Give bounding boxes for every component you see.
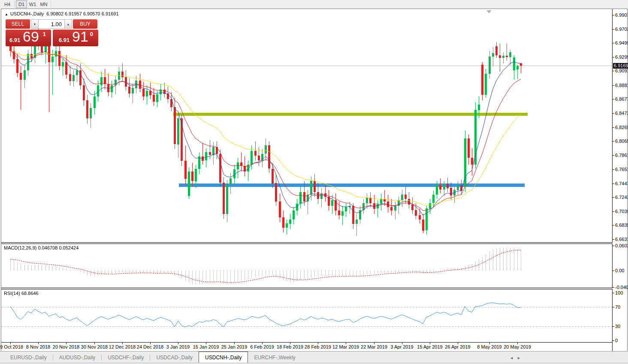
- sell-button[interactable]: SELL: [6, 19, 30, 29]
- macd-axis-label: -0.040415: [615, 285, 628, 290]
- tab-scroll-icons[interactable]: ◄►: [510, 356, 524, 360]
- chevron-up-icon: ▲: [67, 23, 70, 26]
- rsi-axis-label-tick: [613, 326, 614, 327]
- sell-price-sup: 1: [43, 31, 46, 37]
- rsi-axis-label: 0: [615, 338, 618, 343]
- price-axis-label-tick: [613, 29, 614, 30]
- toolbar-divider: [14, 1, 15, 8]
- price-axis-label-tick: [613, 239, 614, 240]
- tab-eurchf-weekly[interactable]: EURCHF-,Weekly: [248, 352, 301, 363]
- price-axis-label: 6.92950: [615, 54, 628, 60]
- volume-stepper-up[interactable]: ▲: [64, 19, 72, 29]
- price-axis-label-tick: [613, 85, 614, 86]
- date-axis-label: 8 Nov 2018: [26, 344, 50, 349]
- price-axis-label-tick: [613, 169, 614, 170]
- price-axis-label-tick: [613, 197, 614, 198]
- chart-collapse-icon[interactable]: ▲: [5, 12, 8, 16]
- price-axis-label: 6.86770: [615, 96, 628, 102]
- price-axis-label-tick: [613, 113, 614, 114]
- price-axis-label: 6.66310: [615, 237, 628, 242]
- chart-shift-marker-icon: [486, 10, 492, 13]
- macd-axis-label: 0.00: [615, 268, 624, 273]
- macd-axis-label: 0.060342: [615, 243, 628, 248]
- buy-price-big: 91: [72, 28, 88, 45]
- tf-button-h4[interactable]: H4: [2, 0, 13, 8]
- chevron-down-icon: ▼: [33, 23, 36, 26]
- date-axis: 29 Oct 20188 Nov 201820 Nov 201830 Nov 2…: [1, 343, 613, 351]
- price-axis-label: 6.74470: [615, 181, 628, 186]
- tf-button-w1[interactable]: W1: [27, 0, 38, 8]
- macd-axis-label-tick: [613, 246, 614, 246]
- tab-usdcad-daily[interactable]: USDCAD-,Daily: [150, 352, 199, 363]
- price-axis-label: 6.68350: [615, 223, 628, 228]
- buy-price-small: 6.91: [59, 37, 69, 43]
- rsi-axis-label: 100: [615, 290, 623, 295]
- date-axis-label: 29 Oct 2018: [0, 344, 23, 349]
- price-axis-label: 6.88810: [615, 83, 628, 88]
- date-axis-label: 12 Dec 2018: [109, 344, 136, 349]
- macd-canvas[interactable]: [1, 244, 612, 288]
- price-axis-label-tick: [613, 57, 614, 57]
- chart-window: ▲USDCNH-,Daily 6.90802 6.91957 6.90570 6…: [1, 9, 628, 351]
- buy-price-box[interactable]: 6.91 91 0: [53, 30, 98, 46]
- rsi-panel: RSI(14) 68.8646: [1, 289, 613, 343]
- current-price-label: 6.91691: [613, 63, 628, 69]
- price-axis-label: 6.84730: [615, 111, 628, 116]
- rsi-label: RSI(14) 68.8646: [4, 291, 39, 296]
- macd-value-main: 0.046708: [38, 245, 57, 250]
- rsi-axis-label: 70: [615, 304, 620, 310]
- macd-axis-label-tick: [613, 287, 614, 288]
- price-axis-label-tick: [613, 43, 614, 43]
- rsi-name: RSI(14): [4, 291, 20, 296]
- date-axis-label: 3 Apr 2019: [390, 344, 413, 349]
- price-axis-label: 6.78610: [615, 153, 628, 158]
- tab-usdcnh-daily[interactable]: USDCNH-,Daily: [199, 352, 248, 363]
- date-axis-label: 15 Jan 2019: [193, 344, 219, 349]
- buy-price-sup: 0: [90, 31, 93, 37]
- tab-scroll-left-icon[interactable]: ◄: [510, 356, 517, 360]
- macd-panel: MACD(12,26,9) 0.046708 0.052424: [1, 244, 613, 288]
- date-axis-label: 15 Apr 2019: [417, 344, 442, 349]
- price-axis-label: 6.90910: [615, 68, 628, 73]
- rsi-axis-label: 30: [615, 324, 620, 329]
- chart-title: ▲USDCNH-,Daily 6.90802 6.91957 6.90570 6…: [5, 11, 119, 16]
- date-axis-label: 6 Feb 2019: [250, 344, 274, 349]
- macd-label: MACD(12,26,9) 0.046708 0.052424: [4, 245, 78, 250]
- toolbar-divider: [51, 1, 51, 8]
- buy-button[interactable]: BUY: [73, 19, 97, 29]
- date-axis-label: 18 Feb 2019: [277, 344, 303, 349]
- chart-tab-bar: EURUSD-,DailyAUDUSD-,DailyUSDCHF-,DailyU…: [0, 351, 628, 363]
- rsi-axis-label-tick: [613, 340, 614, 341]
- one-click-trade-panel: SELL ▼ ▲ BUY 6.91 69 1 6.91 91 0: [6, 19, 98, 46]
- price-axis-label-tick: [613, 211, 614, 212]
- price-axis-label-tick: [613, 127, 614, 128]
- volume-stepper-down[interactable]: ▼: [31, 19, 39, 29]
- rsi-axis-label-tick: [613, 307, 614, 307]
- price-axis-label: 6.76510: [615, 167, 628, 172]
- date-axis-label: 12 Mar 2019: [332, 344, 359, 349]
- price-axis-label: 6.97030: [615, 27, 628, 32]
- price-axis-label: 6.70390: [615, 209, 628, 214]
- price-axis-label: 6.80650: [615, 138, 628, 144]
- sell-price-small: 6.91: [9, 37, 20, 43]
- date-axis-label: 3 Jan 2019: [166, 344, 190, 349]
- date-axis-label: 24 Dec 2018: [137, 344, 163, 349]
- macd-name: MACD(12,26,9): [4, 245, 36, 250]
- rsi-canvas[interactable]: [1, 289, 612, 342]
- price-axis-label-tick: [613, 141, 614, 141]
- tab-scroll-right-icon[interactable]: ►: [517, 356, 524, 360]
- chart-ohlc-label: 6.90802 6.91957 6.90570 6.91691: [46, 11, 118, 16]
- volume-input[interactable]: [39, 19, 64, 29]
- date-axis-label: 25 Jan 2019: [221, 344, 248, 349]
- price-axis-label-tick: [613, 184, 614, 184]
- price-axis-label: 6.72430: [615, 195, 628, 200]
- price-axis-label-tick: [613, 15, 614, 15]
- tab-usdchf-daily[interactable]: USDCHF-,Daily: [102, 352, 150, 363]
- tf-button-mn[interactable]: MN: [38, 0, 49, 8]
- price-axis-label: 6.94990: [615, 40, 628, 45]
- tab-audusd-daily[interactable]: AUDUSD-,Daily: [53, 352, 102, 363]
- chart-symbol-label: USDCNH-,Daily: [10, 11, 44, 16]
- sell-price-box[interactable]: 6.91 69 1: [6, 30, 51, 46]
- tf-button-d1[interactable]: D1: [16, 0, 27, 8]
- tab-eurusd-daily[interactable]: EURUSD-,Daily: [4, 352, 53, 363]
